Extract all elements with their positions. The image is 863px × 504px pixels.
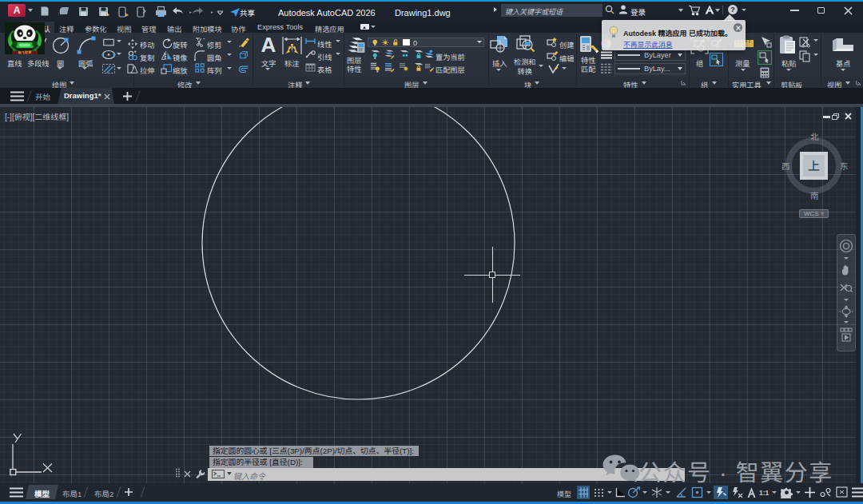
svg-text:极飞联享: 极飞联享 <box>18 50 32 54</box>
